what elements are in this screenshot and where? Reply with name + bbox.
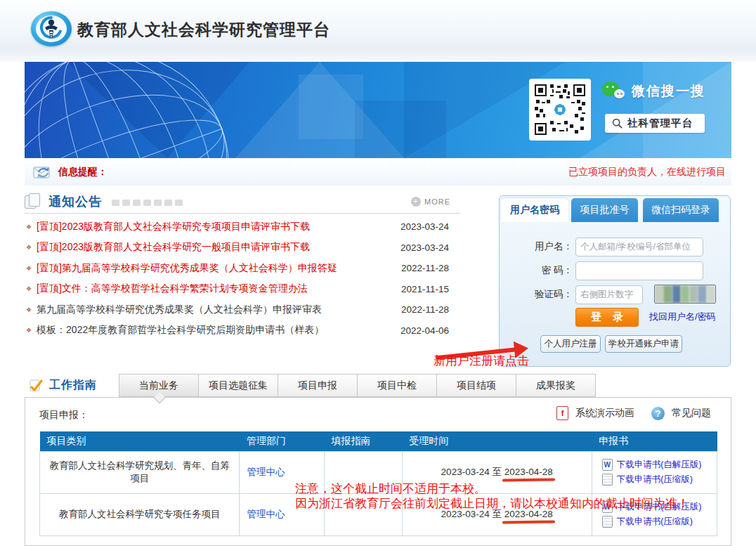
notice-link[interactable]: 第九届高等学校科学研究优秀成果奖（人文社会科学）申报评审表 [37,304,322,316]
globe-wireframe-icon [25,62,263,158]
notice-date: 2022-11-28 [401,263,449,273]
notice-link[interactable]: [置顶]2023版教育部人文社会科学研究专项项目申请评审书下载 [37,221,310,233]
info-reminder-label: 信息提醒： [58,166,107,178]
hero-banner: 微信搜一搜 社科管理平台 [25,62,731,158]
deadline-date-underlined: 2023-04-28 [504,467,553,477]
work-guide-header: 工作指南 当前业务 项目选题征集 项目申报 项目中检 项目结项 成果报奖 [25,374,731,397]
more-link[interactable]: + MORE [411,197,450,207]
notice-date: 2023-03-24 [400,221,449,232]
notice-link[interactable]: [置顶]第九届高等学校科学研究优秀成果奖（人文社会科学）申报答疑 [37,262,337,275]
tab-achievement-award[interactable]: 成果报奖 [516,374,596,397]
zip-icon [602,516,613,528]
more-label: MORE [424,197,450,206]
page: 教育部人文社会科学研究管理平台 [0,0,756,546]
diamond-bullet-icon: ❖ [26,327,32,334]
wechat-search-box: 社科管理平台 [605,114,705,133]
login-tab-wechat-scan[interactable]: 微信扫码登录 [643,198,719,222]
personal-register-button[interactable]: 个人用户注册 [540,335,601,353]
diamond-bullet-icon: ❖ [26,223,32,230]
notice-doc-icon [25,193,43,210]
work-guide-icon [29,377,44,393]
swf-demo-icon: f [556,406,568,420]
diamond-bullet-icon: ❖ [26,285,32,292]
captcha-label: 验证码： [500,288,573,301]
notice-item[interactable]: ❖第九届高等学校科学研究优秀成果奖（人文社会科学）申报评审表2022-11-28 [25,299,460,320]
notice-item[interactable]: ❖[置顶]2023版教育部人文社会科学研究一般项目申请评审书下载2023-03-… [25,238,460,259]
notice-link[interactable]: 模板：2022年度教育部哲学社会科学研究后期资助申请书（样表） [37,324,324,337]
info-reminder-bar: 信息提醒： 已立项项目的负责人，在线进行项目 [25,159,731,186]
col-header-dept: 管理部门 [240,431,325,451]
search-icon [612,118,623,129]
wechat-search-label: 微信搜一搜 [632,82,705,100]
notice-section: 通知公告 + MORE ❖[置顶]2023版教育部人文社会科学研究专项项目申请评… [25,190,460,341]
work-guide-content: 项目申报： f 系统演示动画 ? 常见问题 项目类别 管理部门 填报指南 受理时… [25,397,731,546]
download-selfextract-link[interactable]: 下载申请书(自解压版) [617,459,702,471]
project-category: 教育部人文社会科学研究专项任务项目 [40,493,240,535]
login-tab-username-password[interactable]: 用户名密码 [501,198,568,222]
deadline-annotation-line2: 因为浙江省教育厅会往前划定截止日期，请以本校通知内的截止时间为准！ [295,495,689,512]
notice-dashes-decoration [112,200,183,206]
section-label: 项目申报： [39,409,89,422]
captcha-input[interactable] [575,285,643,304]
login-button[interactable]: 登 录 [575,308,639,327]
notice-date: 2021-11-15 [401,284,449,294]
table-header-row: 项目类别 管理部门 填报指南 受理时间 申报书 [40,431,717,451]
zip-icon [602,474,613,486]
wechat-search-term: 社科管理平台 [627,117,693,130]
username-label: 用户名： [500,240,573,253]
tab-project-midcheck[interactable]: 项目中检 [357,374,437,397]
tab-project-closure[interactable]: 项目结项 [436,374,516,397]
project-category: 教育部人文社会科学研究规划、青年、自筹项目 [40,451,240,493]
info-marquee: 已立项项目的负责人，在线进行项目 [568,166,726,178]
notice-item[interactable]: ❖[置顶]第九届高等学校科学研究优秀成果奖（人文社会科学）申报答疑2022-11… [25,258,460,279]
notice-link[interactable]: [置顶]文件：高等学校哲学社会科学繁荣计划专项资金管理办法 [37,282,308,295]
col-header-period: 受理时间 [402,431,592,451]
word-doc-icon: W [602,459,613,471]
mail-refresh-icon [33,164,53,181]
login-tab-project-number[interactable]: 项目批准号 [571,198,638,222]
col-header-form: 申报书 [592,431,717,451]
deadline-annotation-line1: 注意，这个截止时间不适用于本校。 [295,481,486,497]
demo-animation-link[interactable]: 系统演示动画 [575,407,634,420]
diamond-bullet-icon: ❖ [26,265,32,272]
work-guide-title: 工作指南 [49,378,97,393]
password-label: 密 码： [500,264,573,277]
wechat-icon [602,82,625,101]
notice-item[interactable]: ❖[置顶]文件：高等学校哲学社会科学繁荣计划专项资金管理办法2021-11-15 [25,279,460,300]
notice-date: 2022-04-06 [400,325,449,336]
username-input[interactable] [575,238,703,256]
notice-date: 2023-03-24 [400,242,449,253]
question-mark-icon: ? [651,407,665,420]
password-input[interactable] [575,261,703,280]
col-header-category: 项目类别 [40,431,240,451]
register-annotation-text: 新用户注册请点击 [434,353,529,369]
diamond-bullet-icon: ❖ [26,244,32,251]
top-header: 教育部人文社会科学研究管理平台 [0,0,756,62]
dept-link[interactable]: 管理中心 [247,509,285,519]
captcha-image[interactable] [654,285,716,304]
dept-link[interactable]: 管理中心 [247,467,285,477]
notice-item[interactable]: ❖模板：2022年度教育部哲学社会科学研究后期资助申请书（样表）2022-04-… [25,320,460,342]
tab-topic-collection[interactable]: 项目选题征集 [198,374,278,397]
school-account-button[interactable]: 学校开通账户申请 [605,335,682,353]
page-title: 教育部人文社会科学研究管理平台 [77,19,330,41]
notice-item[interactable]: ❖[置顶]2023版教育部人文社会科学研究专项项目申请评审书下载2023-03-… [25,216,460,238]
notice-link[interactable]: [置顶]2023版教育部人文社会科学研究一般项目申请评审书下载 [37,241,310,254]
faq-link[interactable]: 常见问题 [672,407,711,420]
tab-project-application[interactable]: 项目申报 [278,374,358,397]
wechat-qr-code [529,79,591,141]
download-zip-link[interactable]: 下载申请书(压缩版) [617,474,693,486]
forgot-credentials-link[interactable]: 找回用户名/密码 [649,311,716,323]
plus-circle-icon: + [411,197,421,207]
site-logo-icon [31,9,73,48]
col-header-guide: 填报指南 [324,431,402,451]
notice-title: 通知公告 [48,193,102,210]
diamond-bullet-icon: ❖ [26,306,32,313]
notice-date: 2022-11-28 [401,304,449,315]
download-zip-link[interactable]: 下载申请书(压缩版) [617,516,693,528]
